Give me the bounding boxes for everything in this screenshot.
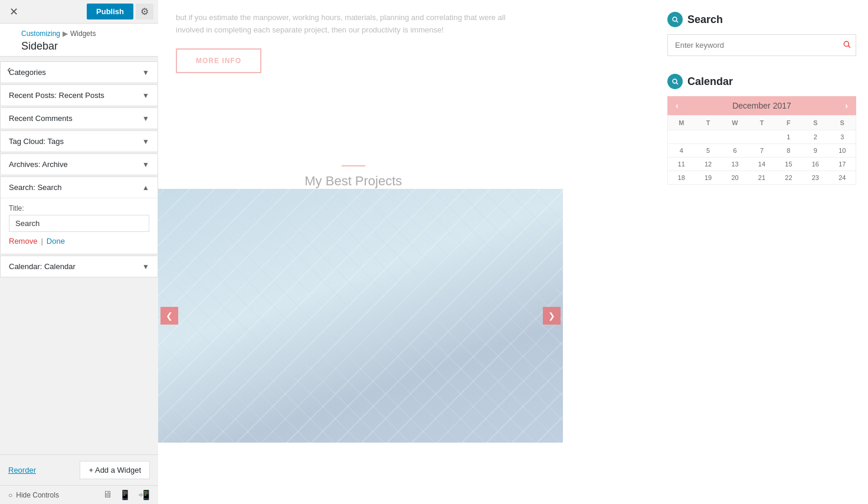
widget-header-recent-comments[interactable]: Recent Comments ▼ xyxy=(1,108,158,129)
expand-icon-categories: ▼ xyxy=(142,68,149,77)
svg-point-4 xyxy=(673,79,677,83)
calendar-day[interactable]: 11 xyxy=(668,157,695,171)
calendar-day[interactable]: 7 xyxy=(748,143,775,157)
expand-icon-archives: ▼ xyxy=(142,161,149,169)
close-button[interactable]: ✕ xyxy=(5,3,23,21)
widget-header-tag-cloud[interactable]: Tag Cloud: Tags ▼ xyxy=(1,131,158,152)
svg-line-5 xyxy=(676,83,678,84)
widget-label-recent-comments: Recent Comments xyxy=(9,114,73,123)
action-separator: | xyxy=(41,237,42,246)
widget-label-calendar: Calendar: Calendar xyxy=(9,262,76,271)
calendar-day[interactable]: 15 xyxy=(775,157,802,171)
widget-label-archives: Archives: Archive xyxy=(9,160,68,169)
calendar-day[interactable]: 17 xyxy=(829,157,856,171)
preview-content: but if you estimate the manpower, workin… xyxy=(158,0,868,504)
expand-icon-tag-cloud: ▼ xyxy=(142,138,149,146)
breadcrumb-arrow: ▶ xyxy=(63,30,68,38)
top-bar: ✕ Publish ⚙ xyxy=(0,0,158,24)
calendar-day[interactable]: 18 xyxy=(668,171,695,184)
reorder-button[interactable]: Reorder xyxy=(8,466,36,474)
calendar-day-header: T xyxy=(748,116,775,130)
widget-header-categories[interactable]: Categories ▼ xyxy=(1,62,158,83)
widget-item-recent-posts[interactable]: Recent Posts: Recent Posts ▼ xyxy=(0,84,158,106)
calendar-day-header: W xyxy=(722,116,748,130)
calendar-next-button[interactable]: › xyxy=(845,101,848,110)
widget-item-recent-comments[interactable]: Recent Comments ▼ xyxy=(0,107,158,129)
mobile-icon[interactable]: 📲 xyxy=(138,489,150,500)
calendar-day[interactable]: 23 xyxy=(802,171,828,184)
calendar-day[interactable]: 12 xyxy=(695,157,721,171)
calendar-day: . xyxy=(722,130,748,143)
calendar-day-header: M xyxy=(668,116,695,130)
customizing-link[interactable]: Customizing xyxy=(21,30,60,38)
preview-search-submit[interactable] xyxy=(843,40,851,51)
calendar-day[interactable]: 4 xyxy=(668,143,695,157)
search-title-label: Title: xyxy=(9,204,149,212)
collapse-icon-search: ▲ xyxy=(142,184,149,192)
svg-line-3 xyxy=(849,45,850,47)
widget-item-categories[interactable]: Categories ▼ xyxy=(0,61,158,83)
calendar-day[interactable]: 8 xyxy=(775,143,802,157)
calendar-day[interactable]: 16 xyxy=(802,157,828,171)
add-widget-button[interactable]: + Add a Widget xyxy=(80,461,150,479)
calendar-icon-circle xyxy=(667,74,683,89)
search-widget-body: Title: Remove | Done xyxy=(1,198,158,254)
search-title-input[interactable] xyxy=(9,215,149,232)
widget-header-calendar[interactable]: Calendar: Calendar ▼ xyxy=(1,256,158,277)
calendar-day: . xyxy=(695,130,721,143)
breadcrumb: Customizing ▶ Widgets xyxy=(21,30,149,38)
widget-item-archives[interactable]: Archives: Archive ▼ xyxy=(0,153,158,175)
preview-search-title: Search xyxy=(667,12,856,27)
search-remove-link[interactable]: Remove xyxy=(9,237,37,246)
preview-calendar-title: Calendar xyxy=(667,74,856,89)
left-panel: ✕ Publish ⚙ ‹ Customizing ▶ Widgets Side… xyxy=(0,0,158,504)
calendar-day[interactable]: 6 xyxy=(722,143,748,157)
calendar-day[interactable]: 14 xyxy=(748,157,775,171)
calendar-day-header: S xyxy=(829,116,856,130)
calendar-day[interactable]: 21 xyxy=(748,171,775,184)
calendar-prev-button[interactable]: ‹ xyxy=(676,101,679,110)
carousel-next-button[interactable]: ❯ xyxy=(543,307,561,325)
calendar-day[interactable]: 24 xyxy=(829,171,856,184)
right-sidebar: Search xyxy=(656,0,868,208)
calendar-day[interactable]: 3 xyxy=(829,130,856,143)
calendar-day[interactable]: 13 xyxy=(722,157,748,171)
sidebar-title: Sidebar xyxy=(21,40,149,53)
calendar-day[interactable]: 10 xyxy=(829,143,856,157)
widget-item-tag-cloud[interactable]: Tag Cloud: Tags ▼ xyxy=(0,130,158,152)
publish-button[interactable]: Publish xyxy=(87,4,133,19)
calendar-grid: MTWTFSS ....1234567891011121314151617181… xyxy=(667,115,856,185)
search-done-link[interactable]: Done xyxy=(47,237,65,246)
calendar-day[interactable]: 20 xyxy=(722,171,748,184)
breadcrumb-area: Customizing ▶ Widgets Sidebar xyxy=(0,24,158,57)
calendar-day[interactable]: 5 xyxy=(695,143,721,157)
desktop-icon[interactable]: 🖥 xyxy=(103,489,112,500)
calendar-day[interactable]: 1 xyxy=(775,130,802,143)
back-button[interactable]: ‹ xyxy=(0,57,18,82)
calendar-day[interactable]: 19 xyxy=(695,171,721,184)
calendar-day[interactable]: 2 xyxy=(802,130,828,143)
tablet-icon[interactable]: 📱 xyxy=(119,489,131,500)
widget-header-recent-posts[interactable]: Recent Posts: Recent Posts ▼ xyxy=(1,85,158,106)
preview-body-text: but if you estimate the manpower, workin… xyxy=(176,12,531,37)
widget-header-search[interactable]: Search: Search ▲ xyxy=(1,177,158,198)
widget-item-search: Search: Search ▲ Title: Remove | Done xyxy=(0,176,158,254)
calendar-day[interactable]: 22 xyxy=(775,171,802,184)
calendar-day[interactable]: 9 xyxy=(802,143,828,157)
widget-header-archives[interactable]: Archives: Archive ▼ xyxy=(1,154,158,175)
gear-button[interactable]: ⚙ xyxy=(136,4,153,19)
more-info-button[interactable]: MORE INFO xyxy=(176,48,261,73)
preview-search-widget: Search xyxy=(667,12,856,56)
widget-list: Categories ▼ Recent Posts: Recent Posts … xyxy=(0,57,158,454)
projects-title: My Best Projects xyxy=(158,174,549,189)
calendar-month-label: December 2017 xyxy=(732,101,791,110)
carousel-prev-button[interactable]: ❮ xyxy=(161,307,178,325)
calendar-nav: ‹ December 2017 › xyxy=(667,96,856,115)
calendar-day: . xyxy=(668,130,695,143)
hide-controls-toggle[interactable]: ○ Hide Controls xyxy=(8,491,59,499)
widget-label-search: Search: Search xyxy=(9,183,62,192)
building-image: ❮ ❯ xyxy=(158,189,563,443)
preview-search-input[interactable] xyxy=(668,35,856,55)
widgets-label: Widgets xyxy=(70,30,96,38)
widget-item-calendar[interactable]: Calendar: Calendar ▼ xyxy=(0,256,158,277)
